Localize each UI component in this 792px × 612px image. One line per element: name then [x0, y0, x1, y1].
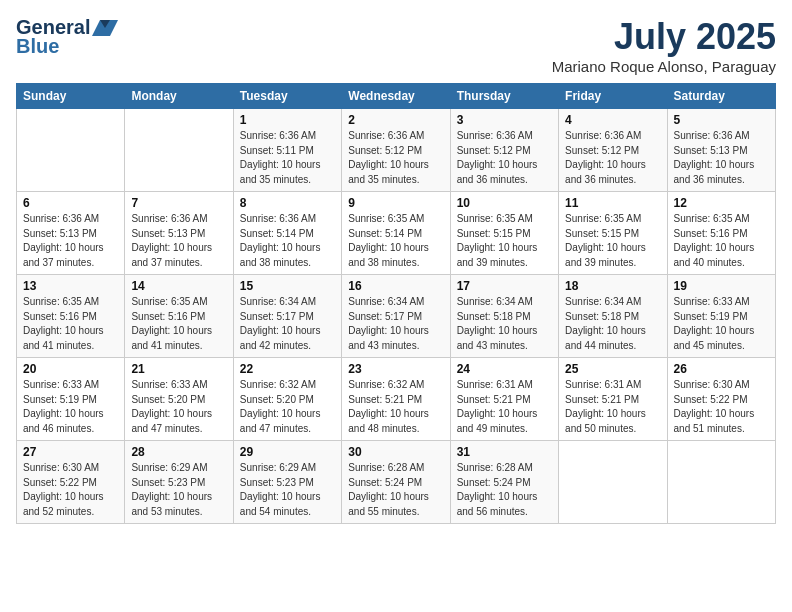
col-saturday: Saturday — [667, 84, 775, 109]
day-detail: Sunrise: 6:36 AM Sunset: 5:12 PM Dayligh… — [565, 129, 660, 187]
calendar-week-row: 1Sunrise: 6:36 AM Sunset: 5:11 PM Daylig… — [17, 109, 776, 192]
day-number: 17 — [457, 279, 552, 293]
day-detail: Sunrise: 6:34 AM Sunset: 5:18 PM Dayligh… — [565, 295, 660, 353]
table-row: 23Sunrise: 6:32 AM Sunset: 5:21 PM Dayli… — [342, 358, 450, 441]
day-detail: Sunrise: 6:31 AM Sunset: 5:21 PM Dayligh… — [565, 378, 660, 436]
table-row: 20Sunrise: 6:33 AM Sunset: 5:19 PM Dayli… — [17, 358, 125, 441]
day-detail: Sunrise: 6:28 AM Sunset: 5:24 PM Dayligh… — [348, 461, 443, 519]
day-number: 16 — [348, 279, 443, 293]
table-row: 31Sunrise: 6:28 AM Sunset: 5:24 PM Dayli… — [450, 441, 558, 524]
table-row: 9Sunrise: 6:35 AM Sunset: 5:14 PM Daylig… — [342, 192, 450, 275]
logo-blue: Blue — [16, 35, 59, 58]
day-number: 27 — [23, 445, 118, 459]
day-detail: Sunrise: 6:35 AM Sunset: 5:16 PM Dayligh… — [131, 295, 226, 353]
day-number: 28 — [131, 445, 226, 459]
table-row — [667, 441, 775, 524]
day-number: 20 — [23, 362, 118, 376]
day-number: 5 — [674, 113, 769, 127]
table-row: 28Sunrise: 6:29 AM Sunset: 5:23 PM Dayli… — [125, 441, 233, 524]
table-row: 29Sunrise: 6:29 AM Sunset: 5:23 PM Dayli… — [233, 441, 341, 524]
table-row: 5Sunrise: 6:36 AM Sunset: 5:13 PM Daylig… — [667, 109, 775, 192]
day-detail: Sunrise: 6:35 AM Sunset: 5:15 PM Dayligh… — [457, 212, 552, 270]
col-sunday: Sunday — [17, 84, 125, 109]
day-detail: Sunrise: 6:35 AM Sunset: 5:15 PM Dayligh… — [565, 212, 660, 270]
table-row: 1Sunrise: 6:36 AM Sunset: 5:11 PM Daylig… — [233, 109, 341, 192]
month-title: July 2025 — [552, 16, 776, 58]
day-number: 15 — [240, 279, 335, 293]
day-detail: Sunrise: 6:29 AM Sunset: 5:23 PM Dayligh… — [240, 461, 335, 519]
table-row: 4Sunrise: 6:36 AM Sunset: 5:12 PM Daylig… — [559, 109, 667, 192]
day-detail: Sunrise: 6:28 AM Sunset: 5:24 PM Dayligh… — [457, 461, 552, 519]
day-number: 24 — [457, 362, 552, 376]
col-wednesday: Wednesday — [342, 84, 450, 109]
day-detail: Sunrise: 6:35 AM Sunset: 5:16 PM Dayligh… — [674, 212, 769, 270]
table-row — [17, 109, 125, 192]
day-detail: Sunrise: 6:34 AM Sunset: 5:18 PM Dayligh… — [457, 295, 552, 353]
col-thursday: Thursday — [450, 84, 558, 109]
day-detail: Sunrise: 6:36 AM Sunset: 5:12 PM Dayligh… — [457, 129, 552, 187]
day-number: 6 — [23, 196, 118, 210]
day-number: 12 — [674, 196, 769, 210]
day-number: 23 — [348, 362, 443, 376]
calendar-week-row: 6Sunrise: 6:36 AM Sunset: 5:13 PM Daylig… — [17, 192, 776, 275]
day-number: 19 — [674, 279, 769, 293]
col-friday: Friday — [559, 84, 667, 109]
table-row: 12Sunrise: 6:35 AM Sunset: 5:16 PM Dayli… — [667, 192, 775, 275]
day-detail: Sunrise: 6:34 AM Sunset: 5:17 PM Dayligh… — [240, 295, 335, 353]
calendar-table: Sunday Monday Tuesday Wednesday Thursday… — [16, 83, 776, 524]
table-row: 22Sunrise: 6:32 AM Sunset: 5:20 PM Dayli… — [233, 358, 341, 441]
calendar-week-row: 20Sunrise: 6:33 AM Sunset: 5:19 PM Dayli… — [17, 358, 776, 441]
day-detail: Sunrise: 6:33 AM Sunset: 5:20 PM Dayligh… — [131, 378, 226, 436]
table-row: 14Sunrise: 6:35 AM Sunset: 5:16 PM Dayli… — [125, 275, 233, 358]
table-row: 10Sunrise: 6:35 AM Sunset: 5:15 PM Dayli… — [450, 192, 558, 275]
table-row: 27Sunrise: 6:30 AM Sunset: 5:22 PM Dayli… — [17, 441, 125, 524]
table-row: 21Sunrise: 6:33 AM Sunset: 5:20 PM Dayli… — [125, 358, 233, 441]
day-number: 11 — [565, 196, 660, 210]
day-detail: Sunrise: 6:29 AM Sunset: 5:23 PM Dayligh… — [131, 461, 226, 519]
day-detail: Sunrise: 6:36 AM Sunset: 5:13 PM Dayligh… — [23, 212, 118, 270]
day-number: 29 — [240, 445, 335, 459]
day-detail: Sunrise: 6:31 AM Sunset: 5:21 PM Dayligh… — [457, 378, 552, 436]
day-detail: Sunrise: 6:35 AM Sunset: 5:14 PM Dayligh… — [348, 212, 443, 270]
table-row: 6Sunrise: 6:36 AM Sunset: 5:13 PM Daylig… — [17, 192, 125, 275]
day-number: 9 — [348, 196, 443, 210]
day-detail: Sunrise: 6:33 AM Sunset: 5:19 PM Dayligh… — [23, 378, 118, 436]
calendar-week-row: 13Sunrise: 6:35 AM Sunset: 5:16 PM Dayli… — [17, 275, 776, 358]
page-header: General Blue July 2025 Mariano Roque Alo… — [16, 16, 776, 75]
table-row: 16Sunrise: 6:34 AM Sunset: 5:17 PM Dayli… — [342, 275, 450, 358]
table-row: 19Sunrise: 6:33 AM Sunset: 5:19 PM Dayli… — [667, 275, 775, 358]
col-tuesday: Tuesday — [233, 84, 341, 109]
logo: General Blue — [16, 16, 118, 58]
table-row: 26Sunrise: 6:30 AM Sunset: 5:22 PM Dayli… — [667, 358, 775, 441]
day-number: 13 — [23, 279, 118, 293]
day-number: 25 — [565, 362, 660, 376]
day-number: 30 — [348, 445, 443, 459]
day-number: 14 — [131, 279, 226, 293]
day-detail: Sunrise: 6:32 AM Sunset: 5:21 PM Dayligh… — [348, 378, 443, 436]
day-number: 8 — [240, 196, 335, 210]
day-detail: Sunrise: 6:36 AM Sunset: 5:13 PM Dayligh… — [674, 129, 769, 187]
day-number: 4 — [565, 113, 660, 127]
table-row: 15Sunrise: 6:34 AM Sunset: 5:17 PM Dayli… — [233, 275, 341, 358]
day-detail: Sunrise: 6:33 AM Sunset: 5:19 PM Dayligh… — [674, 295, 769, 353]
day-detail: Sunrise: 6:36 AM Sunset: 5:14 PM Dayligh… — [240, 212, 335, 270]
day-number: 26 — [674, 362, 769, 376]
logo-icon — [92, 18, 118, 38]
table-row — [125, 109, 233, 192]
day-number: 31 — [457, 445, 552, 459]
table-row: 7Sunrise: 6:36 AM Sunset: 5:13 PM Daylig… — [125, 192, 233, 275]
table-row: 11Sunrise: 6:35 AM Sunset: 5:15 PM Dayli… — [559, 192, 667, 275]
table-row: 18Sunrise: 6:34 AM Sunset: 5:18 PM Dayli… — [559, 275, 667, 358]
day-detail: Sunrise: 6:36 AM Sunset: 5:13 PM Dayligh… — [131, 212, 226, 270]
calendar-header-row: Sunday Monday Tuesday Wednesday Thursday… — [17, 84, 776, 109]
day-detail: Sunrise: 6:36 AM Sunset: 5:11 PM Dayligh… — [240, 129, 335, 187]
day-detail: Sunrise: 6:36 AM Sunset: 5:12 PM Dayligh… — [348, 129, 443, 187]
day-detail: Sunrise: 6:30 AM Sunset: 5:22 PM Dayligh… — [674, 378, 769, 436]
day-number: 7 — [131, 196, 226, 210]
day-detail: Sunrise: 6:35 AM Sunset: 5:16 PM Dayligh… — [23, 295, 118, 353]
table-row: 3Sunrise: 6:36 AM Sunset: 5:12 PM Daylig… — [450, 109, 558, 192]
table-row: 2Sunrise: 6:36 AM Sunset: 5:12 PM Daylig… — [342, 109, 450, 192]
day-number: 22 — [240, 362, 335, 376]
title-block: July 2025 Mariano Roque Alonso, Paraguay — [552, 16, 776, 75]
col-monday: Monday — [125, 84, 233, 109]
